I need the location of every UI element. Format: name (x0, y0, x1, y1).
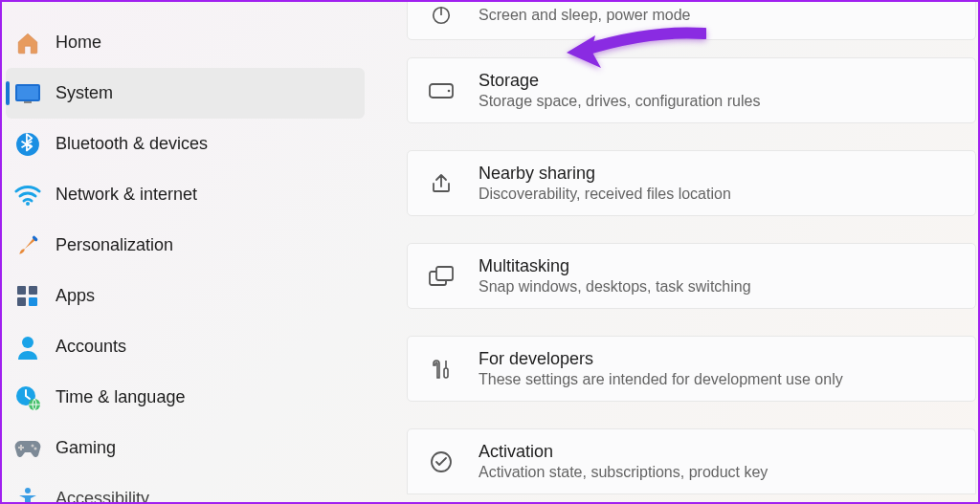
card-sub: Discoverability, received files location (479, 186, 731, 203)
sidebar-item-apps[interactable]: Apps (6, 271, 365, 321)
sidebar-item-label: Apps (56, 286, 95, 306)
sidebar-item-accessibility[interactable]: Accessibility (6, 473, 365, 504)
svg-rect-1 (17, 86, 38, 99)
sidebar-item-label: Home (56, 33, 101, 53)
clock-globe-icon (13, 383, 42, 412)
check-circle-icon (427, 448, 456, 476)
sidebar-item-bluetooth[interactable]: Bluetooth & devices (6, 119, 365, 169)
svg-point-14 (25, 488, 31, 493)
svg-point-12 (32, 444, 34, 447)
svg-point-9 (22, 337, 33, 348)
tools-icon (427, 355, 456, 383)
sidebar-item-system[interactable]: System (6, 68, 365, 119)
share-icon (427, 169, 456, 198)
card-text: Screen and sleep, power mode (479, 7, 690, 24)
card-text: Storage Storage space, drives, configura… (479, 71, 760, 110)
svg-rect-5 (17, 286, 26, 295)
sidebar-item-accounts[interactable]: Accounts (6, 321, 365, 372)
multitask-icon (427, 262, 456, 291)
person-icon (13, 333, 42, 362)
card-nearby-sharing[interactable]: Nearby sharing Discoverability, received… (407, 150, 976, 216)
card-multitasking[interactable]: Multitasking Snap windows, desktops, tas… (407, 243, 976, 309)
card-text: Multitasking Snap windows, desktops, tas… (479, 256, 751, 296)
home-icon (13, 29, 42, 57)
card-title: Activation (479, 442, 768, 462)
sidebar-item-label: Time & language (56, 387, 185, 407)
card-for-developers[interactable]: For developers These settings are intend… (407, 336, 976, 402)
sidebar-item-time-language[interactable]: Time & language (6, 372, 365, 423)
card-text: Activation Activation state, subscriptio… (479, 442, 768, 481)
power-icon (427, 1, 456, 30)
svg-rect-2 (24, 101, 32, 103)
bluetooth-icon (13, 130, 42, 159)
card-sub: Storage space, drives, configuration rul… (479, 93, 760, 110)
card-sub: Snap windows, desktops, task switching (479, 278, 751, 296)
sidebar-item-label: Network & internet (56, 185, 197, 205)
card-title: For developers (479, 349, 843, 369)
sidebar-item-label: Gaming (56, 438, 116, 458)
accessibility-icon (13, 485, 42, 505)
svg-rect-8 (29, 297, 37, 306)
svg-point-13 (34, 447, 37, 449)
svg-rect-6 (29, 286, 37, 295)
card-title: Nearby sharing (479, 164, 731, 184)
sidebar: Home System Bluetooth & devices Network … (2, 2, 370, 502)
svg-point-4 (26, 202, 30, 206)
main-content: Screen and sleep, power mode Storage Sto… (407, 2, 976, 502)
svg-rect-7 (17, 297, 26, 306)
system-icon (13, 79, 42, 108)
sidebar-item-personalization[interactable]: Personalization (6, 220, 365, 271)
sidebar-item-gaming[interactable]: Gaming (6, 423, 365, 473)
sidebar-item-network[interactable]: Network & internet (6, 169, 365, 220)
svg-rect-19 (436, 267, 453, 280)
gamepad-icon (13, 434, 42, 463)
card-title: Storage (479, 71, 760, 91)
svg-point-17 (448, 89, 451, 92)
card-sub: Activation state, subscriptions, product… (479, 464, 768, 481)
apps-icon (13, 282, 42, 311)
paintbrush-icon (13, 231, 42, 260)
card-storage[interactable]: Storage Storage space, drives, configura… (407, 57, 976, 123)
card-sub: These settings are intended for developm… (479, 371, 843, 388)
card-title: Multitasking (479, 256, 751, 276)
sidebar-item-label: Accounts (56, 337, 126, 357)
card-activation[interactable]: Activation Activation state, subscriptio… (407, 428, 976, 494)
card-text: For developers These settings are intend… (479, 349, 843, 388)
card-text: Nearby sharing Discoverability, received… (479, 164, 731, 203)
drive-icon (427, 77, 456, 105)
sidebar-item-label: Accessibility (56, 489, 149, 504)
wifi-icon (13, 181, 42, 209)
sidebar-item-label: Personalization (56, 235, 173, 255)
sidebar-item-label: System (56, 83, 113, 103)
card-power[interactable]: Screen and sleep, power mode (407, 0, 976, 40)
sidebar-item-label: Bluetooth & devices (56, 134, 208, 154)
card-sub: Screen and sleep, power mode (479, 7, 690, 24)
sidebar-item-home[interactable]: Home (6, 17, 365, 68)
